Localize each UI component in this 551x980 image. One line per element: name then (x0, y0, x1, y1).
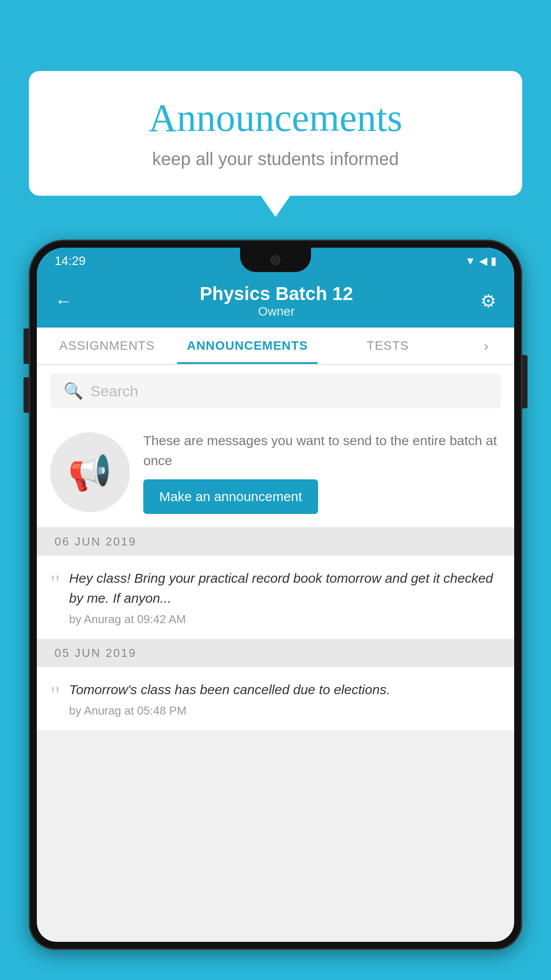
date-separator-1: 06 JUN 2019 (37, 528, 514, 556)
announcement-item-2: " Tomorrow's class has been cancelled du… (37, 667, 514, 731)
battery-icon: ▮ (491, 255, 496, 267)
bubble-subtitle: keep all your students informed (55, 149, 496, 169)
tab-assignments[interactable]: ASSIGNMENTS (37, 328, 177, 364)
phone-volume-up-button (24, 328, 29, 364)
phone-screen: 14:29 ▼ ◀ ▮ ← Physics Batch 12 Owner ⚙ (37, 248, 514, 942)
search-icon: 🔍 (63, 382, 83, 400)
announcement-content-2: Tomorrow's class has been cancelled due … (69, 680, 501, 718)
announcement-text-1: Hey class! Bring your practical record b… (69, 568, 501, 608)
announcement-item-1: " Hey class! Bring your practical record… (37, 556, 514, 639)
tab-announcements[interactable]: ANNOUNCEMENTS (177, 328, 317, 364)
megaphone-icon: 📢 (68, 451, 112, 493)
announcement-content-1: Hey class! Bring your practical record b… (69, 568, 501, 626)
front-camera (271, 255, 280, 265)
tabs-container: ASSIGNMENTS ANNOUNCEMENTS TESTS › (37, 328, 514, 365)
quote-icon-1: " (50, 572, 60, 597)
app-header: ← Physics Batch 12 Owner ⚙ (37, 274, 514, 328)
phone-notch (240, 248, 311, 272)
speech-bubble: Announcements keep all your students inf… (29, 71, 522, 196)
settings-icon[interactable]: ⚙ (480, 291, 496, 311)
quote-icon-2: " (50, 683, 60, 708)
announcement-meta-1: by Anurag at 09:42 AM (69, 612, 501, 626)
search-placeholder: Search (91, 383, 138, 400)
phone-volume-down-button (24, 377, 29, 413)
header-center: Physics Batch 12 Owner (200, 283, 353, 319)
header-subtitle: Owner (200, 304, 353, 319)
bubble-title: Announcements (55, 95, 496, 140)
search-container: 🔍 Search (37, 365, 514, 417)
announcement-prompt: 📢 These are messages you want to send to… (37, 417, 514, 528)
tab-tests[interactable]: TESTS (318, 328, 458, 364)
status-icons: ▼ ◀ ▮ (465, 255, 496, 267)
speech-bubble-section: Announcements keep all your students inf… (29, 71, 522, 196)
announcement-description: These are messages you want to send to t… (143, 431, 501, 470)
wifi-icon: ▼ (465, 255, 476, 267)
search-bar[interactable]: 🔍 Search (50, 374, 501, 408)
header-title: Physics Batch 12 (200, 283, 353, 304)
phone-outer: 14:29 ▼ ◀ ▮ ← Physics Batch 12 Owner ⚙ (29, 240, 522, 950)
back-button[interactable]: ← (55, 291, 72, 311)
date-separator-2: 05 JUN 2019 (37, 639, 514, 667)
announcement-text-2: Tomorrow's class has been cancelled due … (69, 680, 501, 699)
signal-icon: ◀ (479, 255, 487, 267)
tab-more[interactable]: › (458, 328, 514, 364)
announcement-right: These are messages you want to send to t… (143, 431, 501, 514)
status-time: 14:29 (55, 254, 86, 268)
phone-power-button (522, 355, 527, 408)
announcement-icon-circle: 📢 (50, 432, 130, 512)
make-announcement-button[interactable]: Make an announcement (143, 479, 318, 514)
phone-wrapper: 14:29 ▼ ◀ ▮ ← Physics Batch 12 Owner ⚙ (29, 240, 522, 980)
announcement-meta-2: by Anurag at 05:48 PM (69, 704, 501, 718)
